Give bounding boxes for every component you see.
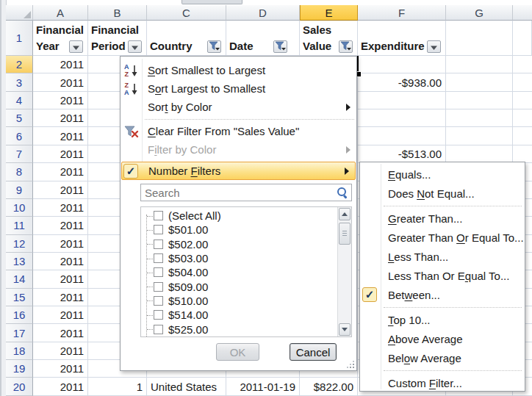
- cell-h[interactable]: [513, 73, 532, 91]
- cell-a[interactable]: 2011: [33, 342, 88, 360]
- cell-a[interactable]: 2011: [33, 253, 88, 270]
- cell-a[interactable]: 2011: [33, 127, 88, 145]
- filter-value-item[interactable]: $509.00: [141, 279, 337, 293]
- header-cell[interactable]: Financial Period: [88, 21, 147, 56]
- column-header[interactable]: E: [300, 5, 358, 21]
- number-filter-option[interactable]: Custom Filter...: [360, 373, 525, 392]
- row-header[interactable]: 14: [6, 270, 33, 288]
- cell-a[interactable]: 2011: [33, 360, 88, 378]
- row-header[interactable]: 13: [6, 253, 33, 270]
- filter-value-item[interactable]: $514.00: [141, 308, 337, 322]
- row-header[interactable]: 8: [6, 163, 33, 181]
- filter-dropdown-button[interactable]: [69, 40, 83, 53]
- cell-h[interactable]: [513, 109, 532, 127]
- number-filter-option[interactable]: Between...: [360, 285, 525, 304]
- number-filter-option[interactable]: Greater Than...: [360, 209, 525, 228]
- row-header[interactable]: 19: [6, 360, 33, 378]
- column-header[interactable]: G: [446, 5, 513, 21]
- filter-menu-item[interactable]: Number Filters: [121, 162, 356, 180]
- checkbox[interactable]: [154, 267, 163, 277]
- column-header[interactable]: F: [358, 5, 446, 21]
- cell-a[interactable]: 2011: [33, 324, 88, 342]
- filter-value-item[interactable]: $503.00: [141, 251, 337, 265]
- header-cell[interactable]: Date: [226, 21, 300, 56]
- filter-menu-item[interactable]: Sort by Color: [121, 98, 356, 116]
- cell-g[interactable]: [446, 109, 513, 127]
- cell-a[interactable]: 2011: [33, 378, 88, 395]
- cell-a[interactable]: 2011: [33, 199, 88, 217]
- filter-menu-item[interactable]: ZA Sort Largest to Smallest: [121, 79, 356, 98]
- cell-a[interactable]: 2011: [33, 181, 88, 199]
- number-filter-option[interactable]: Greater Than Or Equal To...: [360, 228, 525, 247]
- filter-dropdown-button[interactable]: [128, 40, 142, 53]
- column-header[interactable]: [513, 5, 532, 21]
- cell-g[interactable]: [446, 127, 513, 145]
- number-filter-option[interactable]: Equals...: [360, 165, 525, 184]
- column-header[interactable]: A: [33, 5, 88, 21]
- row-header[interactable]: 10: [6, 199, 33, 217]
- filter-value-item[interactable]: $525.00: [141, 322, 337, 336]
- column-header[interactable]: C: [147, 5, 226, 21]
- cell-g[interactable]: [446, 56, 513, 73]
- cell-f[interactable]: [358, 127, 446, 145]
- list-scrollbar[interactable]: [337, 207, 351, 336]
- filter-value-item[interactable]: $502.00: [141, 237, 337, 251]
- header-cell[interactable]: Expenditure: [358, 21, 446, 56]
- filter-dropdown-button[interactable]: [427, 40, 441, 53]
- cell-g[interactable]: [446, 92, 513, 109]
- row-header[interactable]: 20: [6, 378, 33, 395]
- number-filter-option[interactable]: Top 10...: [360, 310, 525, 329]
- cell-c[interactable]: United States: [147, 378, 226, 395]
- number-filter-option[interactable]: Below Average: [360, 348, 525, 367]
- header-cell[interactable]: Financial Year: [33, 21, 88, 56]
- filter-menu-item[interactable]: Clear Filter From "Sales Value": [121, 122, 356, 140]
- checkbox[interactable]: [154, 282, 163, 292]
- cell-e[interactable]: $822.00: [300, 378, 358, 395]
- filter-menu-item[interactable]: Filter by Color: [121, 140, 356, 159]
- filter-value-item[interactable]: $504.00: [141, 265, 337, 279]
- row-header[interactable]: 18: [6, 342, 33, 360]
- row-header[interactable]: 2: [6, 56, 33, 73]
- select-all-corner[interactable]: [6, 5, 33, 21]
- filter-value-item[interactable]: (Select All): [141, 209, 337, 223]
- filter-value-item[interactable]: $510.00: [141, 294, 337, 308]
- row-header[interactable]: 4: [6, 92, 33, 109]
- column-header[interactable]: D: [226, 5, 300, 21]
- cell-a[interactable]: 2011: [33, 145, 88, 163]
- cell-h[interactable]: [513, 56, 532, 73]
- search-input[interactable]: [141, 187, 335, 199]
- header-cell[interactable]: Sales Value: [300, 21, 358, 56]
- cell-f[interactable]: [358, 56, 446, 73]
- cell-f[interactable]: [358, 92, 446, 109]
- cell-h[interactable]: [513, 145, 532, 163]
- resize-grip[interactable]: [345, 360, 355, 369]
- cell-f[interactable]: [358, 109, 446, 127]
- cell-a[interactable]: 2011: [33, 235, 88, 253]
- cell-a[interactable]: 2011: [33, 56, 88, 73]
- cell-a[interactable]: 2011: [33, 289, 88, 306]
- cell-h[interactable]: [513, 127, 532, 145]
- filter-dropdown-button[interactable]: [339, 40, 353, 53]
- scrollbar-thumb[interactable]: [339, 223, 351, 245]
- cell-a[interactable]: 2011: [33, 163, 88, 181]
- row-header[interactable]: 5: [6, 109, 33, 127]
- checkbox[interactable]: [154, 225, 163, 234]
- cell-a[interactable]: 2011: [33, 306, 88, 324]
- cancel-button[interactable]: Cancel: [290, 343, 337, 361]
- scroll-up-button[interactable]: [339, 208, 351, 220]
- row-header[interactable]: 12: [6, 235, 33, 253]
- cell-h[interactable]: [513, 92, 532, 109]
- header-cell[interactable]: [513, 21, 532, 56]
- header-cell[interactable]: Country: [147, 21, 226, 56]
- row-header[interactable]: 16: [6, 306, 33, 324]
- cell-d[interactable]: 2011-01-19: [226, 378, 300, 395]
- scroll-down-button[interactable]: [339, 323, 351, 336]
- number-filter-option[interactable]: Does Not Equal...: [360, 184, 525, 203]
- filter-menu-item[interactable]: AZ Sort Smallest to Largest: [121, 61, 356, 79]
- filter-value-item[interactable]: $501.00: [141, 223, 337, 237]
- row-header[interactable]: 7: [6, 145, 33, 163]
- cell-f[interactable]: -$938.00: [358, 73, 446, 91]
- row-header[interactable]: 6: [6, 127, 33, 145]
- row-header[interactable]: 3: [6, 73, 33, 91]
- row-header[interactable]: 11: [6, 217, 33, 234]
